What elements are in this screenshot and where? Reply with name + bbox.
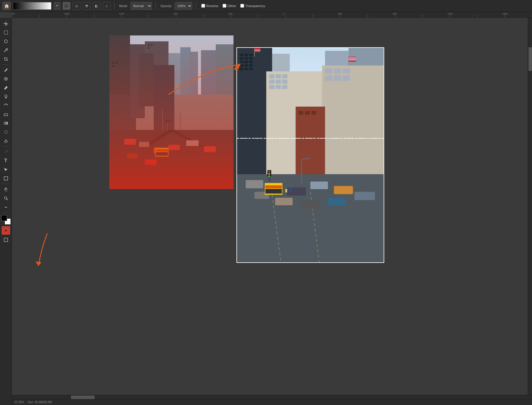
svg-rect-133 (348, 59, 356, 60)
reverse-group: Reverse (201, 4, 218, 8)
dither-label[interactable]: Dither (228, 4, 236, 8)
home-button[interactable]: 🏠 (2, 2, 11, 10)
transparency-checkbox[interactable] (240, 4, 244, 8)
hand-tool[interactable] (2, 185, 10, 193)
dodge-tool[interactable] (2, 137, 10, 145)
svg-rect-96 (343, 75, 350, 81)
angle-gradient-btn[interactable]: ◓ (83, 2, 90, 10)
svg-rect-92 (334, 69, 341, 74)
svg-rect-118 (265, 189, 282, 193)
screen-mode-btn[interactable] (2, 236, 10, 244)
svg-point-13 (4, 141, 7, 142)
city-scene-left (109, 35, 233, 189)
svg-rect-70 (249, 57, 253, 60)
svg-rect-94 (325, 75, 332, 81)
tool-sep-2 (2, 146, 9, 147)
svg-rect-76 (249, 64, 253, 67)
shape-tool[interactable] (2, 174, 10, 183)
reverse-label[interactable]: Reverse (206, 4, 218, 8)
brush-tool[interactable] (2, 84, 10, 92)
dither-group: Dither (223, 4, 236, 8)
clone-stamp-tool[interactable] (2, 92, 10, 101)
tool-sep-1 (2, 64, 9, 65)
marquee-tool[interactable] (2, 28, 10, 37)
top-toolbar: 🏠 ▼ ⬛ ◎ ◓ ◧ ◇ Mode: Normal Dissolve Mult… (0, 0, 532, 12)
separator-2 (155, 2, 156, 9)
healing-brush-tool[interactable] (2, 75, 10, 83)
magic-wand-tool[interactable] (2, 46, 10, 54)
transparency-label[interactable]: Transparency (245, 4, 265, 8)
opacity-select[interactable]: 100% 75% 50% 25% (175, 2, 192, 10)
svg-point-12 (4, 131, 7, 134)
lasso-tool[interactable] (2, 37, 10, 45)
svg-rect-111 (301, 201, 321, 209)
separator-3 (196, 2, 196, 9)
image-right[interactable] (236, 47, 384, 263)
quick-mask-btn[interactable] (2, 226, 10, 235)
eraser-tool[interactable] (2, 110, 10, 118)
separator-1 (114, 2, 114, 9)
foreground-color-swatch[interactable] (1, 215, 7, 221)
svg-point-123 (268, 175, 270, 177)
radial-gradient-btn[interactable]: ◎ (73, 2, 80, 10)
city-scene-right (237, 48, 384, 262)
svg-rect-131 (348, 57, 356, 62)
gradient-dropdown[interactable]: ▼ (54, 2, 60, 10)
svg-rect-108 (334, 186, 353, 194)
diamond-gradient-btn[interactable]: ◇ (103, 2, 111, 10)
svg-rect-8 (5, 97, 7, 98)
svg-marker-137 (35, 261, 41, 266)
svg-point-121 (268, 171, 270, 173)
svg-rect-73 (249, 61, 253, 63)
more-tools-btn[interactable]: ••• (2, 203, 10, 211)
mode-select[interactable]: Normal Dissolve Multiply Screen Overlay (131, 2, 152, 10)
svg-rect-16 (4, 177, 8, 180)
pen-tool[interactable] (2, 148, 10, 156)
svg-rect-79 (249, 68, 253, 70)
image-left[interactable] (109, 35, 233, 189)
ruler-top (12, 12, 532, 18)
gradient-tool[interactable] (2, 119, 10, 127)
svg-point-122 (268, 173, 270, 175)
svg-marker-15 (4, 168, 8, 171)
svg-rect-20 (5, 230, 7, 231)
svg-rect-58 (109, 35, 233, 189)
canvas-area (12, 18, 532, 405)
eyedropper-tool[interactable] (2, 66, 10, 74)
svg-rect-66 (244, 54, 248, 56)
linear-gradient-btn[interactable]: ⬛ (63, 2, 70, 10)
svg-rect-86 (282, 79, 288, 84)
vertical-scrollbar[interactable] (528, 18, 532, 395)
history-brush-tool[interactable] (2, 101, 10, 110)
svg-rect-112 (328, 198, 346, 205)
zoom-level: 33.33% (14, 401, 24, 404)
dither-checkbox[interactable] (223, 4, 226, 8)
svg-rect-117 (265, 185, 282, 188)
move-tool[interactable] (2, 19, 10, 28)
svg-rect-90 (322, 66, 384, 189)
transparency-group: Transparency (240, 4, 265, 8)
selection-marquee-line (237, 138, 384, 139)
svg-rect-65 (240, 54, 243, 56)
mode-label: Mode: (119, 4, 128, 8)
status-bar: 33.33% Doc: 45.8M/45.8M (12, 399, 532, 405)
crop-tool[interactable] (2, 55, 10, 63)
doc-size: Doc: 45.8M/45.8M (28, 401, 52, 404)
zoom-tool[interactable] (2, 194, 10, 202)
horizontal-scrollbar[interactable] (12, 395, 532, 399)
gradient-preview[interactable] (13, 2, 51, 10)
path-selection-tool[interactable] (2, 165, 10, 174)
color-swatch[interactable] (1, 215, 11, 225)
tool-sep-4 (2, 212, 9, 213)
type-tool[interactable]: T (2, 157, 10, 165)
svg-rect-77 (240, 68, 243, 70)
reflected-gradient-btn[interactable]: ◧ (93, 2, 100, 10)
reverse-checkbox[interactable] (201, 4, 205, 8)
svg-rect-67 (249, 54, 253, 56)
blur-tool[interactable] (2, 128, 10, 136)
svg-rect-99 (305, 111, 310, 115)
svg-rect-21 (4, 238, 8, 242)
svg-point-7 (5, 95, 7, 97)
svg-rect-71 (240, 61, 243, 63)
svg-rect-85 (276, 79, 281, 84)
